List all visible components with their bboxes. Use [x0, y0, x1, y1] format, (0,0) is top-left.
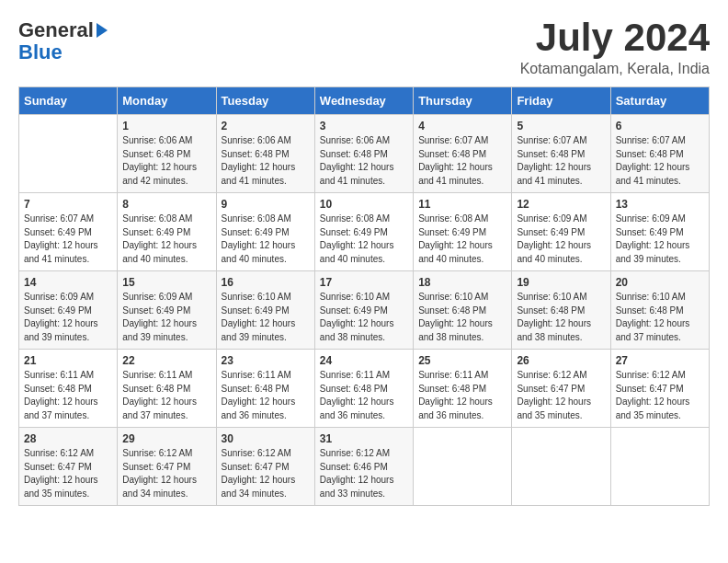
- calendar-cell: 12Sunrise: 6:09 AM Sunset: 6:49 PM Dayli…: [512, 193, 610, 271]
- title-block: July 2024 Kotamangalam, Kerala, India: [520, 18, 710, 77]
- day-info: Sunrise: 6:12 AM Sunset: 6:47 PM Dayligh…: [24, 447, 112, 500]
- day-number: 16: [222, 276, 310, 289]
- day-number: 7: [24, 198, 112, 211]
- calendar-cell: 19Sunrise: 6:10 AM Sunset: 6:48 PM Dayli…: [512, 271, 610, 350]
- day-info: Sunrise: 6:08 AM Sunset: 6:49 PM Dayligh…: [222, 213, 310, 266]
- day-info: Sunrise: 6:07 AM Sunset: 6:48 PM Dayligh…: [517, 134, 605, 188]
- day-info: Sunrise: 6:12 AM Sunset: 6:47 PM Dayligh…: [616, 369, 704, 422]
- header-friday: Friday: [512, 87, 610, 115]
- day-number: 23: [222, 354, 310, 367]
- day-info: Sunrise: 6:11 AM Sunset: 6:48 PM Dayligh…: [222, 369, 310, 422]
- day-number: 12: [517, 198, 605, 211]
- day-number: 6: [616, 120, 704, 132]
- calendar-cell: 9Sunrise: 6:08 AM Sunset: 6:49 PM Daylig…: [216, 193, 314, 271]
- day-info: Sunrise: 6:09 AM Sunset: 6:49 PM Dayligh…: [517, 213, 605, 266]
- location: Kotamangalam, Kerala, India: [520, 61, 710, 77]
- day-number: 11: [418, 198, 506, 211]
- calendar-cell: 22Sunrise: 6:11 AM Sunset: 6:48 PM Dayli…: [118, 350, 216, 428]
- calendar-cell: 14Sunrise: 6:09 AM Sunset: 6:49 PM Dayli…: [19, 271, 118, 350]
- calendar-header: Sunday Monday Tuesday Wednesday Thursday…: [19, 87, 710, 115]
- calendar-week-3: 21Sunrise: 6:11 AM Sunset: 6:48 PM Dayli…: [19, 350, 710, 428]
- header-sunday: Sunday: [19, 87, 118, 115]
- calendar-week-1: 7Sunrise: 6:07 AM Sunset: 6:49 PM Daylig…: [19, 193, 710, 271]
- day-number: 24: [320, 354, 408, 367]
- day-number: 22: [122, 354, 210, 367]
- day-info: Sunrise: 6:10 AM Sunset: 6:49 PM Dayligh…: [320, 291, 408, 344]
- header-thursday: Thursday: [414, 87, 512, 115]
- day-number: 10: [320, 198, 408, 211]
- calendar-cell: 1Sunrise: 6:06 AM Sunset: 6:48 PM Daylig…: [118, 115, 216, 193]
- page-header: General Blue July 2024 Kotamangalam, Ker…: [18, 18, 710, 77]
- calendar-body: 1Sunrise: 6:06 AM Sunset: 6:48 PM Daylig…: [19, 115, 710, 506]
- calendar-cell: 21Sunrise: 6:11 AM Sunset: 6:48 PM Dayli…: [19, 350, 118, 428]
- logo-blue: Blue: [18, 42, 63, 63]
- calendar-cell: 27Sunrise: 6:12 AM Sunset: 6:47 PM Dayli…: [610, 350, 709, 428]
- day-number: 3: [320, 120, 408, 132]
- calendar-cell: 18Sunrise: 6:10 AM Sunset: 6:48 PM Dayli…: [414, 271, 512, 350]
- day-info: Sunrise: 6:11 AM Sunset: 6:48 PM Dayligh…: [122, 369, 210, 422]
- calendar-cell: 17Sunrise: 6:10 AM Sunset: 6:49 PM Dayli…: [314, 271, 413, 350]
- calendar-cell: 6Sunrise: 6:07 AM Sunset: 6:48 PM Daylig…: [610, 115, 709, 193]
- calendar-cell: 8Sunrise: 6:08 AM Sunset: 6:49 PM Daylig…: [118, 193, 216, 271]
- calendar-cell: 24Sunrise: 6:11 AM Sunset: 6:48 PM Dayli…: [314, 350, 413, 428]
- day-number: 31: [320, 432, 408, 445]
- header-tuesday: Tuesday: [216, 87, 314, 115]
- day-number: 9: [222, 198, 310, 211]
- calendar-cell: 7Sunrise: 6:07 AM Sunset: 6:49 PM Daylig…: [19, 193, 118, 271]
- logo-general: General: [18, 18, 94, 42]
- logo-flag-icon: [97, 23, 108, 38]
- day-info: Sunrise: 6:12 AM Sunset: 6:46 PM Dayligh…: [320, 447, 408, 500]
- day-info: Sunrise: 6:07 AM Sunset: 6:48 PM Dayligh…: [616, 134, 704, 188]
- calendar-cell: 10Sunrise: 6:08 AM Sunset: 6:49 PM Dayli…: [314, 193, 413, 271]
- day-number: 5: [517, 120, 605, 132]
- day-info: Sunrise: 6:06 AM Sunset: 6:48 PM Dayligh…: [122, 134, 210, 188]
- day-info: Sunrise: 6:07 AM Sunset: 6:48 PM Dayligh…: [418, 134, 506, 188]
- day-info: Sunrise: 6:09 AM Sunset: 6:49 PM Dayligh…: [24, 291, 112, 344]
- calendar-cell: 31Sunrise: 6:12 AM Sunset: 6:46 PM Dayli…: [314, 428, 413, 506]
- calendar-cell: 23Sunrise: 6:11 AM Sunset: 6:48 PM Dayli…: [216, 350, 314, 428]
- day-number: 26: [517, 354, 605, 367]
- calendar-cell: 16Sunrise: 6:10 AM Sunset: 6:49 PM Dayli…: [216, 271, 314, 350]
- day-number: 29: [122, 432, 210, 445]
- month-title: July 2024: [520, 18, 710, 57]
- calendar-table: Sunday Monday Tuesday Wednesday Thursday…: [18, 86, 710, 506]
- day-info: Sunrise: 6:11 AM Sunset: 6:48 PM Dayligh…: [320, 369, 408, 422]
- calendar-cell: 25Sunrise: 6:11 AM Sunset: 6:48 PM Dayli…: [414, 350, 512, 428]
- day-info: Sunrise: 6:12 AM Sunset: 6:47 PM Dayligh…: [222, 447, 310, 500]
- calendar-cell: [512, 428, 610, 506]
- day-number: 25: [418, 354, 506, 367]
- day-info: Sunrise: 6:08 AM Sunset: 6:49 PM Dayligh…: [418, 213, 506, 266]
- calendar-cell: 26Sunrise: 6:12 AM Sunset: 6:47 PM Dayli…: [512, 350, 610, 428]
- calendar-cell: [414, 428, 512, 506]
- calendar-cell: 15Sunrise: 6:09 AM Sunset: 6:49 PM Dayli…: [118, 271, 216, 350]
- day-info: Sunrise: 6:06 AM Sunset: 6:48 PM Dayligh…: [320, 134, 408, 188]
- day-info: Sunrise: 6:10 AM Sunset: 6:49 PM Dayligh…: [222, 291, 310, 344]
- day-number: 13: [616, 198, 704, 211]
- day-info: Sunrise: 6:09 AM Sunset: 6:49 PM Dayligh…: [616, 213, 704, 266]
- day-number: 4: [418, 120, 506, 132]
- calendar-week-2: 14Sunrise: 6:09 AM Sunset: 6:49 PM Dayli…: [19, 271, 710, 350]
- logo: General Blue: [18, 18, 108, 63]
- day-number: 18: [418, 276, 506, 289]
- day-info: Sunrise: 6:12 AM Sunset: 6:47 PM Dayligh…: [122, 447, 210, 500]
- day-number: 20: [616, 276, 704, 289]
- header-saturday: Saturday: [610, 87, 709, 115]
- header-wednesday: Wednesday: [314, 87, 413, 115]
- calendar-cell: [610, 428, 709, 506]
- calendar-cell: 3Sunrise: 6:06 AM Sunset: 6:48 PM Daylig…: [314, 115, 413, 193]
- day-number: 27: [616, 354, 704, 367]
- header-monday: Monday: [118, 87, 216, 115]
- day-number: 17: [320, 276, 408, 289]
- day-number: 21: [24, 354, 112, 367]
- day-number: 28: [24, 432, 112, 445]
- day-info: Sunrise: 6:08 AM Sunset: 6:49 PM Dayligh…: [122, 213, 210, 266]
- day-number: 19: [517, 276, 605, 289]
- day-info: Sunrise: 6:11 AM Sunset: 6:48 PM Dayligh…: [24, 369, 112, 422]
- weekday-row: Sunday Monday Tuesday Wednesday Thursday…: [19, 87, 710, 115]
- day-info: Sunrise: 6:10 AM Sunset: 6:48 PM Dayligh…: [517, 291, 605, 344]
- calendar-cell: 2Sunrise: 6:06 AM Sunset: 6:48 PM Daylig…: [216, 115, 314, 193]
- day-info: Sunrise: 6:08 AM Sunset: 6:49 PM Dayligh…: [320, 213, 408, 266]
- calendar-cell: 4Sunrise: 6:07 AM Sunset: 6:48 PM Daylig…: [414, 115, 512, 193]
- calendar-cell: 11Sunrise: 6:08 AM Sunset: 6:49 PM Dayli…: [414, 193, 512, 271]
- calendar-cell: [19, 115, 118, 193]
